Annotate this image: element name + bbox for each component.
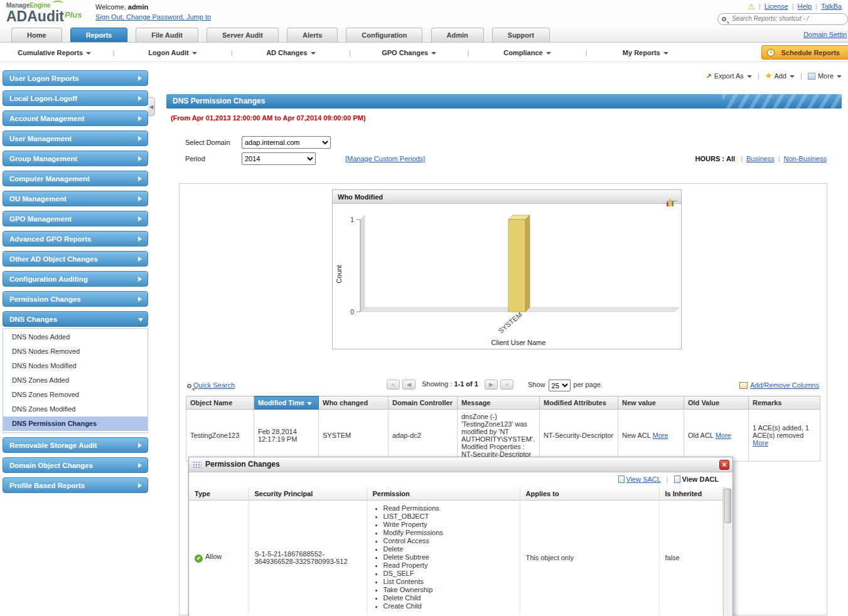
app-logo[interactable]: ManageEngine ADAuditPlus bbox=[6, 1, 82, 25]
sidebar-item-user-management[interactable]: User Management bbox=[3, 130, 148, 146]
drag-grip-icon[interactable] bbox=[193, 461, 201, 469]
search-input[interactable] bbox=[731, 14, 840, 23]
tab-configuration[interactable]: Configuration bbox=[346, 28, 422, 42]
tab-server-audit[interactable]: Server Audit bbox=[207, 28, 279, 42]
col-old-value[interactable]: Old Value bbox=[684, 396, 749, 410]
sidebar-item-advanced-gpo-reports[interactable]: Advanced GPO Reports bbox=[3, 231, 148, 247]
tab-reports[interactable]: Reports bbox=[70, 28, 128, 42]
export-as-button[interactable]: ↗Export As bbox=[706, 72, 751, 80]
sidebar-item-account-management[interactable]: Account Management bbox=[3, 110, 148, 126]
hours-non-business-link[interactable]: Non-Business bbox=[784, 155, 827, 162]
col-object-name[interactable]: Object Name bbox=[186, 396, 254, 410]
tab-file-audit[interactable]: File Audit bbox=[136, 28, 198, 42]
columns-icon bbox=[739, 382, 748, 389]
sidebar-item-group-management[interactable]: Group Management bbox=[3, 151, 148, 166]
add-remove-columns[interactable]: Add/Remove Columns bbox=[739, 381, 819, 389]
sidebar-collapse-handle[interactable]: ◀ bbox=[148, 97, 155, 116]
first-page-button[interactable]: « bbox=[387, 380, 400, 390]
remarks-more-link[interactable]: More bbox=[753, 439, 768, 447]
sidebar-item-domain-object-changes[interactable]: Domain Object Changes bbox=[3, 457, 148, 473]
col-remarks[interactable]: Remarks bbox=[749, 396, 820, 410]
sidebar-item-profile-based-reports[interactable]: Profile Based Reports bbox=[3, 477, 148, 493]
submenu-dns-zones-removed[interactable]: DNS Zones Removed bbox=[3, 388, 148, 402]
manage-custom-periods-link[interactable]: [Manage Custom Periods] bbox=[345, 155, 425, 162]
new-value-more-link[interactable]: More bbox=[653, 432, 668, 439]
global-search-box[interactable] bbox=[717, 13, 848, 25]
cell-is-inherited: false bbox=[659, 501, 723, 615]
subnav-compliance[interactable]: Compliance bbox=[473, 49, 581, 56]
col-new-value[interactable]: New value bbox=[618, 396, 684, 410]
scrollbar-thumb[interactable] bbox=[724, 489, 731, 523]
old-value-more-link[interactable]: More bbox=[716, 432, 731, 439]
tab-support[interactable]: Support bbox=[492, 28, 550, 42]
x-axis-label: Client User Name bbox=[491, 339, 546, 346]
sidebar-item-computer-management[interactable]: Computer Management bbox=[3, 171, 148, 186]
sidebar-item-dns-changes[interactable]: DNS Changes bbox=[3, 311, 148, 327]
add-button[interactable]: ★Add bbox=[765, 72, 795, 80]
col-message[interactable]: Message bbox=[458, 396, 540, 410]
close-button[interactable]: × bbox=[719, 460, 729, 470]
help-link[interactable]: Help bbox=[797, 3, 812, 10]
subnav-gpo-changes[interactable]: GPO Changes bbox=[355, 49, 463, 56]
col-modified-time[interactable]: Modified Time bbox=[254, 396, 319, 410]
page-size-dropdown[interactable]: 25 bbox=[549, 380, 571, 391]
table-header-row: Object Name Modified Time Who changed Do… bbox=[186, 396, 820, 410]
sidebar-item-other-ad-object-changes[interactable]: Other AD Object Changes bbox=[3, 251, 148, 267]
talkback-link[interactable]: TalkBa bbox=[821, 3, 842, 10]
col-applies-to: Applies to bbox=[520, 487, 659, 501]
chart-header: Who Modified bbox=[333, 190, 681, 204]
quick-search[interactable]: Quick Search bbox=[187, 381, 235, 389]
dialog-scrollbar[interactable] bbox=[723, 487, 733, 616]
sidebar-item-label: Local Logon-Logoff bbox=[9, 95, 77, 102]
sidebar-item-ou-management[interactable]: OU Management bbox=[3, 191, 148, 206]
col-domain-controller[interactable]: Domain Controller bbox=[389, 396, 458, 410]
period-dropdown[interactable]: 2014 bbox=[242, 152, 316, 165]
select-domain-dropdown[interactable]: adap.internal.com bbox=[242, 136, 331, 149]
sign-out-link[interactable]: Sign Out bbox=[95, 13, 126, 21]
tab-admin[interactable]: Admin bbox=[431, 28, 484, 42]
subnav-ad-changes[interactable]: AD Changes bbox=[237, 49, 345, 56]
chevron-right-icon bbox=[138, 156, 142, 161]
submenu-dns-zones-added[interactable]: DNS Zones Added bbox=[3, 373, 148, 388]
change-password-link[interactable]: Change Password bbox=[126, 13, 186, 21]
subnav-label: AD Changes bbox=[266, 49, 307, 56]
submenu-dns-permission-changes[interactable]: DNS Permission Changes bbox=[3, 417, 148, 431]
license-link[interactable]: License bbox=[765, 3, 788, 10]
tab-home[interactable]: Home bbox=[11, 28, 62, 42]
sidebar-item-user-logon-reports[interactable]: User Logon Reports bbox=[3, 70, 148, 86]
domain-settings-link[interactable]: Domain Settin bbox=[803, 31, 847, 38]
schedule-reports-button[interactable]: Schedule Reports bbox=[761, 45, 848, 60]
prev-page-button[interactable]: ◀ bbox=[402, 380, 416, 390]
sidebar-item-local-logon-logoff[interactable]: Local Logon-Logoff bbox=[3, 90, 148, 106]
col-modified-attributes[interactable]: Modified Attributes bbox=[540, 396, 618, 410]
chart-type-icon[interactable] bbox=[667, 193, 677, 201]
submenu-dns-nodes-modified[interactable]: DNS Nodes Modified bbox=[3, 359, 148, 373]
next-page-button[interactable]: ▶ bbox=[485, 380, 498, 390]
submenu-dns-nodes-added[interactable]: DNS Nodes Added bbox=[3, 330, 148, 344]
dialog-titlebar[interactable]: Permission Changes × bbox=[189, 457, 733, 472]
bar-system[interactable] bbox=[508, 220, 525, 312]
hours-all[interactable]: All bbox=[726, 155, 735, 162]
subnav-logon-audit[interactable]: Logon Audit bbox=[118, 49, 227, 56]
sidebar-item-gpo-management[interactable]: GPO Management bbox=[3, 211, 148, 226]
view-dacl-link[interactable]: View DACL bbox=[682, 475, 719, 483]
subnav-cumulative-reports[interactable]: Cumulative Reports bbox=[0, 49, 109, 56]
hours-business-link[interactable]: Business bbox=[746, 155, 775, 162]
submenu-dns-zones-modified[interactable]: DNS Zones Modified bbox=[3, 402, 148, 417]
sidebar-item-removable-storage-audit[interactable]: Removable Storage Audit bbox=[3, 437, 148, 453]
add-remove-columns-link[interactable]: Add/Remove Columns bbox=[750, 381, 819, 389]
warning-icon[interactable]: ⚠ bbox=[748, 2, 755, 11]
tab-alerts[interactable]: Alerts bbox=[287, 28, 338, 42]
view-sacl-link[interactable]: View SACL bbox=[626, 475, 661, 483]
quick-search-link[interactable]: Quick Search bbox=[193, 381, 235, 389]
divider bbox=[797, 72, 806, 80]
more-button[interactable]: More bbox=[808, 72, 842, 80]
last-page-button[interactable]: » bbox=[500, 380, 513, 390]
new-value-text: New ACL bbox=[622, 432, 650, 439]
sidebar-item-permission-changes[interactable]: Permission Changes bbox=[3, 291, 148, 307]
submenu-dns-nodes-removed[interactable]: DNS Nodes Removed bbox=[3, 344, 148, 359]
sidebar-item-configuration-auditing[interactable]: Configuration Auditing bbox=[3, 271, 148, 287]
col-who-changed[interactable]: Who changed bbox=[319, 396, 389, 410]
jump-to-link[interactable]: Jump to bbox=[186, 13, 211, 21]
subnav-my-reports[interactable]: My Reports bbox=[591, 49, 700, 56]
